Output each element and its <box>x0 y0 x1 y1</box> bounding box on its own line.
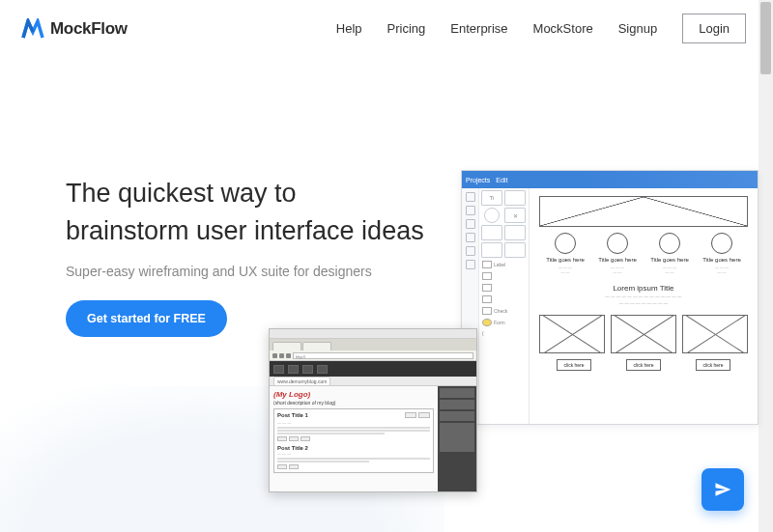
canvas-sublabel: — — —— — <box>702 265 741 274</box>
comp-label-item: Label <box>481 260 527 269</box>
toolbar-button <box>288 365 299 374</box>
nav-enterprise[interactable]: Enterprise <box>450 21 507 36</box>
toolbar-edit: Edit <box>496 177 507 183</box>
comp-shape-icon <box>504 225 526 240</box>
rail-icon <box>466 219 475 229</box>
mockup-browser-editor: http:// www.demomyblog.com (My Logo) (sh… <box>269 328 477 492</box>
toolbar-button <box>302 365 313 374</box>
canvas-buttons-row: click here click here click here <box>539 359 748 371</box>
nav-mockstore[interactable]: MockStore <box>533 21 593 36</box>
toolbar-projects: Projects <box>466 177 490 183</box>
comp-cross-icon: ✕ <box>504 208 526 223</box>
post-meta: — — — <box>277 420 430 425</box>
mockup-wireframe-editor: Projects Edit Ti ✕ Label Check Form { <box>461 170 759 425</box>
right-panel-block <box>440 400 474 409</box>
rail-icon <box>466 246 475 256</box>
canvas-sublabel: — — —— — <box>546 265 585 274</box>
urlbar-reload-icon <box>286 353 291 358</box>
canvas-circles-row <box>539 233 748 254</box>
comp-circle-icon <box>484 208 500 223</box>
nav-pricing[interactable]: Pricing <box>387 21 426 36</box>
post-line <box>277 430 430 432</box>
post-control <box>277 436 287 441</box>
logo-text: MockFlow <box>50 19 128 39</box>
toolbar-button <box>273 365 284 374</box>
right-panel-block <box>440 388 474 398</box>
post-title: Post Title 1 <box>277 412 308 418</box>
post-line <box>277 461 369 462</box>
canvas-boxes-row <box>539 315 748 353</box>
rail-icon <box>466 260 475 269</box>
login-button[interactable]: Login <box>682 14 746 43</box>
canvas-button: click here <box>696 359 730 371</box>
comp-shape-icon <box>481 242 502 258</box>
subbar-url: www.demomyblog.com <box>273 377 330 386</box>
canvas-sublabel: — — —— — <box>650 265 689 274</box>
editor-logo-text: (My Logo) <box>273 390 434 399</box>
post-control <box>289 436 299 441</box>
canvas-circle <box>659 233 680 254</box>
hero-title-line2: brainstorm user interface ideas <box>66 216 424 245</box>
canvas-placeholder-box <box>682 315 748 353</box>
mockup-canvas: Title goes here Title goes here Title go… <box>530 188 758 424</box>
mockup-components-panel: Ti ✕ Label Check Form { <box>479 188 530 424</box>
mockup-subbar: www.demomyblog.com <box>270 377 476 386</box>
post-control <box>289 464 299 469</box>
post-line <box>277 433 385 434</box>
canvas-button: click here <box>626 359 661 371</box>
urlbar-back-icon <box>272 353 277 358</box>
canvas-circle <box>555 233 576 254</box>
editor-right-panel <box>438 386 476 491</box>
comp-item <box>481 271 527 281</box>
right-panel-block <box>440 423 474 452</box>
hero-title-line1: The quickest way to <box>66 179 297 208</box>
canvas-label: Title goes here <box>702 257 741 263</box>
header: MockFlow Help Pricing Enterprise MockSto… <box>0 0 773 57</box>
send-icon <box>713 480 732 499</box>
cta-button[interactable]: Get started for FREE <box>66 300 227 337</box>
post-control <box>277 464 287 469</box>
mockup-urlbar: http:// <box>270 350 476 361</box>
post-line <box>277 458 430 460</box>
editor-post-box: Post Title 1 — — — Post Title 2 — — — <box>273 408 434 473</box>
browser-tab <box>272 342 301 350</box>
comp-item: Check <box>481 306 527 316</box>
right-panel-block <box>440 411 474 421</box>
chat-fab-button[interactable] <box>701 468 744 511</box>
rail-icon <box>466 233 475 242</box>
canvas-label: Title goes here <box>598 257 637 263</box>
comp-item: { <box>481 329 527 337</box>
comp-shape-icon <box>504 242 526 258</box>
canvas-section-subtitle: — — — — — — — — — — — — — —— — — — — — —… <box>539 294 748 307</box>
comp-shape-icon <box>481 225 502 240</box>
canvas-labels-row: Title goes here Title goes here Title go… <box>539 257 748 263</box>
canvas-section-title: Lorem ipsum Title <box>539 284 748 293</box>
urlbar-forward-icon <box>279 353 284 358</box>
nav-help[interactable]: Help <box>336 21 362 36</box>
mockup-dark-toolbar <box>270 361 476 377</box>
toolbar-button <box>317 365 328 374</box>
comp-text-icon: Ti <box>481 190 502 206</box>
canvas-sublabels-row: — — —— — — — —— — — — —— — — — —— — <box>539 265 748 274</box>
canvas-sublabel: — — —— — <box>598 265 637 274</box>
post-line <box>277 427 430 429</box>
post-meta: — — — <box>277 451 430 456</box>
canvas-placeholder-box <box>611 315 676 353</box>
canvas-button: click here <box>557 359 591 371</box>
canvas-label: Title goes here <box>546 257 585 263</box>
mockup-editor-content: (My Logo) (short description of my blog)… <box>270 386 476 491</box>
logo[interactable]: MockFlow <box>21 18 128 40</box>
mockup-browser-tabs <box>270 339 476 350</box>
nav-signup[interactable]: Signup <box>618 21 657 36</box>
canvas-circle <box>711 233 732 254</box>
mockup-body: Ti ✕ Label Check Form { Title goes here … <box>462 188 758 424</box>
canvas-circle <box>607 233 628 254</box>
comp-rect-icon <box>504 190 526 206</box>
rail-icon <box>466 206 475 215</box>
browser-tab <box>302 342 331 350</box>
canvas-label: Title goes here <box>650 257 689 263</box>
editor-tagline: (short description of my blog) <box>273 400 434 406</box>
mockup-titlebar <box>270 329 476 339</box>
post-control <box>301 436 310 441</box>
main-nav: Help Pricing Enterprise MockStore Signup… <box>336 14 746 43</box>
